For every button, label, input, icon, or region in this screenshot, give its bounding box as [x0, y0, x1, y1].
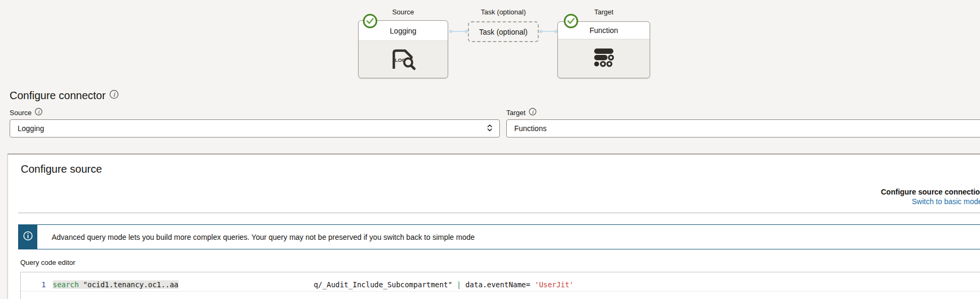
- target-field-label: Target i: [506, 108, 537, 117]
- code-redacted-gap: [179, 287, 314, 287]
- target-select-value: Functions: [514, 124, 980, 133]
- target-complete-check-icon: [564, 14, 578, 28]
- connector-line-source-task: [450, 31, 467, 32]
- target-field-label-text: Target: [506, 109, 525, 117]
- configure-connector-heading: Configure connector i: [10, 90, 119, 102]
- source-complete-check-icon: [363, 14, 377, 28]
- configure-connector-info-icon[interactable]: i: [109, 90, 119, 102]
- code-field-expression: data.eventName=: [461, 280, 534, 289]
- svg-text:i: i: [532, 109, 534, 115]
- source-info-icon[interactable]: i: [35, 108, 43, 117]
- target-card: Function: [557, 21, 650, 78]
- connector-line-task-target: [540, 31, 556, 32]
- configure-source-panel: Configure source Configure source connec…: [7, 153, 980, 299]
- logging-logs-icon: LOGS: [390, 46, 417, 73]
- panel-divider: [18, 213, 980, 213]
- source-select[interactable]: Logging: [10, 119, 500, 138]
- source-card-body: LOGS: [359, 41, 448, 78]
- line-number: 1: [21, 278, 53, 291]
- functions-icon: [593, 48, 615, 69]
- service-connector-page: Source Task (optional) Target Logging LO…: [0, 0, 980, 299]
- code-string-value: 'UserJit': [534, 280, 573, 289]
- code-line-1[interactable]: 1 search "ocid1.tenancy.oc1..aaq/_Audit_…: [21, 278, 980, 292]
- switch-to-basic-mode-link[interactable]: Switch to basic mode: [912, 197, 980, 206]
- info-banner-icon-box: [19, 225, 37, 249]
- source-card: Logging LOGS: [358, 20, 448, 78]
- svg-text:i: i: [38, 109, 40, 115]
- code-query-tail: q/_Audit_Include_Subcompartment": [314, 280, 457, 289]
- code-keyword-search: search: [53, 280, 79, 289]
- diagram-task-label: Task (optional): [468, 8, 539, 16]
- source-select-value: Logging: [18, 124, 487, 133]
- configure-source-connection-heading: Configure source connection: [881, 188, 980, 196]
- target-info-icon[interactable]: i: [529, 108, 537, 117]
- target-select[interactable]: Functions: [506, 119, 980, 138]
- info-banner-message: Advanced query mode lets you build more …: [37, 225, 475, 249]
- code-ocid-fragment: "ocid1.tenancy.oc1..aa: [79, 280, 179, 289]
- info-banner: Advanced query mode lets you build more …: [18, 224, 980, 249]
- configure-source-heading: Configure source: [21, 163, 102, 175]
- task-box-label: Task (optional): [479, 28, 528, 36]
- code-text: search "ocid1.tenancy.oc1..aaq/_Audit_In…: [53, 278, 573, 291]
- code-pipe-operator: |: [457, 280, 461, 289]
- configure-connector-heading-text: Configure connector: [10, 90, 106, 102]
- source-field-label-text: Source: [10, 109, 31, 117]
- query-code-editor-label: Query code editor: [20, 258, 75, 266]
- target-card-body: [558, 39, 650, 78]
- select-updown-chevron-icon: [487, 123, 493, 134]
- query-code-editor[interactable]: 1 search "ocid1.tenancy.oc1..aaq/_Audit_…: [20, 272, 980, 299]
- svg-text:i: i: [113, 91, 116, 98]
- info-icon: [23, 231, 33, 243]
- task-box: Task (optional): [468, 21, 539, 42]
- source-field-label: Source i: [10, 108, 43, 117]
